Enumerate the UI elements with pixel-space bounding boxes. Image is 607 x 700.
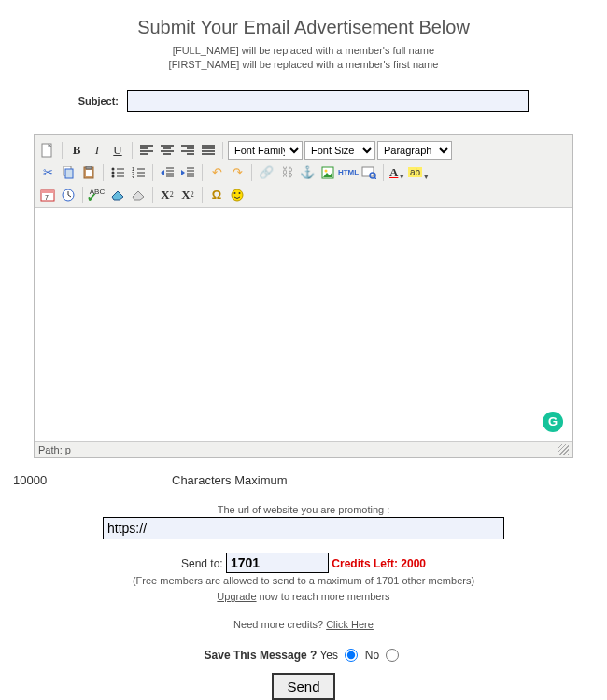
align-center-icon[interactable] — [158, 141, 176, 160]
save-yes-label: Yes — [319, 649, 338, 662]
free-member-note: (Free members are allowed to send to a m… — [7, 573, 600, 590]
subscript-icon[interactable]: X2 — [158, 186, 176, 204]
resize-handle-icon[interactable] — [558, 444, 569, 455]
bullet-list-icon[interactable] — [108, 163, 127, 182]
preview-icon[interactable] — [360, 163, 378, 182]
align-left-icon[interactable] — [137, 141, 156, 160]
numbered-list-icon[interactable]: 123 — [129, 163, 148, 182]
char-count: 10000 — [13, 473, 172, 487]
svg-rect-14 — [362, 167, 374, 176]
image-icon[interactable] — [318, 163, 337, 182]
superscript-icon[interactable]: X2 — [178, 186, 197, 204]
html-source-icon[interactable]: HTML — [339, 163, 358, 182]
eraser-icon[interactable] — [108, 186, 127, 204]
undo-icon[interactable]: ↶ — [207, 163, 226, 182]
credits-left: Credits Left: 2000 — [332, 557, 426, 570]
svg-rect-5 — [86, 170, 92, 176]
font-family-select[interactable]: Font Family — [228, 141, 303, 160]
underline-icon[interactable]: U — [108, 141, 127, 160]
background-color-icon[interactable]: ab — [409, 163, 428, 182]
outdent-icon[interactable] — [158, 163, 176, 182]
svg-rect-18 — [41, 190, 54, 193]
save-yes-radio[interactable] — [345, 649, 358, 662]
svg-text:3: 3 — [132, 175, 134, 178]
upgrade-text: now to reach more members — [257, 591, 390, 602]
editor-path: Path: p — [38, 444, 71, 455]
copy-icon[interactable] — [59, 163, 78, 182]
italic-icon[interactable]: I — [88, 141, 106, 160]
svg-point-13 — [325, 169, 328, 172]
send-button[interactable]: Send — [272, 673, 334, 700]
cut-icon[interactable]: ✂ — [38, 163, 57, 182]
svg-line-16 — [374, 177, 376, 179]
subject-label: Subject: — [78, 95, 119, 106]
svg-rect-2 — [65, 169, 73, 178]
page-title: Submit Your Email Advertisement Below — [7, 17, 600, 38]
editor-toolbar: B I U Font Family Font Size Paragraph ✂ — [35, 135, 572, 208]
subject-input[interactable] — [127, 90, 529, 112]
align-right-icon[interactable] — [178, 141, 197, 160]
insert-time-icon[interactable] — [59, 186, 78, 204]
char-max-label: Characters Maximum — [172, 473, 288, 487]
save-no-label: No — [365, 649, 379, 662]
new-document-icon[interactable] — [38, 141, 57, 160]
special-char-icon[interactable]: Ω — [207, 186, 226, 204]
url-input[interactable] — [103, 517, 504, 539]
save-no-radio[interactable] — [386, 649, 399, 662]
svg-point-23 — [239, 192, 241, 194]
svg-point-7 — [112, 171, 115, 174]
svg-point-8 — [112, 175, 115, 177]
paste-icon[interactable] — [79, 163, 98, 182]
save-message-label: Save This Message ? — [205, 649, 318, 662]
link-icon[interactable]: 🔗 — [257, 163, 275, 182]
emoticon-icon[interactable] — [228, 186, 247, 204]
paragraph-format-select[interactable]: Paragraph — [377, 141, 452, 160]
svg-point-22 — [234, 192, 236, 194]
font-size-select[interactable]: Font Size — [304, 141, 375, 160]
unlink-icon[interactable]: ⛓ — [277, 163, 296, 182]
remove-format-icon[interactable] — [129, 186, 148, 204]
grammarly-icon[interactable]: G — [543, 412, 563, 432]
need-credits-text: Need more credits? — [233, 619, 326, 630]
placeholder-note-1: [FULL_NAME] will be replaced with a memb… — [7, 44, 600, 58]
editor-content-area[interactable]: G — [35, 208, 572, 441]
spellcheck-icon[interactable]: ABC✔ — [88, 186, 106, 204]
rich-text-editor: B I U Font Family Font Size Paragraph ✂ — [34, 134, 573, 458]
text-color-icon[interactable]: A — [388, 163, 407, 182]
svg-point-21 — [232, 189, 243, 201]
url-label: The url of website you are promoting : — [7, 504, 600, 515]
svg-rect-4 — [86, 166, 92, 169]
align-justify-icon[interactable] — [199, 141, 218, 160]
placeholder-note-2: [FIRST_NAME] will be replaced with a mem… — [7, 58, 600, 72]
upgrade-link[interactable]: Upgrade — [217, 591, 256, 602]
send-to-label: Send to: — [181, 557, 223, 570]
send-to-input[interactable] — [226, 553, 329, 573]
svg-point-6 — [112, 167, 115, 170]
insert-date-icon[interactable]: 7 — [38, 186, 57, 204]
svg-text:7: 7 — [45, 194, 49, 201]
click-here-link[interactable]: Click Here — [326, 619, 374, 630]
redo-icon[interactable]: ↷ — [228, 163, 247, 182]
anchor-icon[interactable]: ⚓ — [298, 163, 317, 182]
indent-icon[interactable] — [178, 163, 197, 182]
bold-icon[interactable]: B — [67, 141, 86, 160]
